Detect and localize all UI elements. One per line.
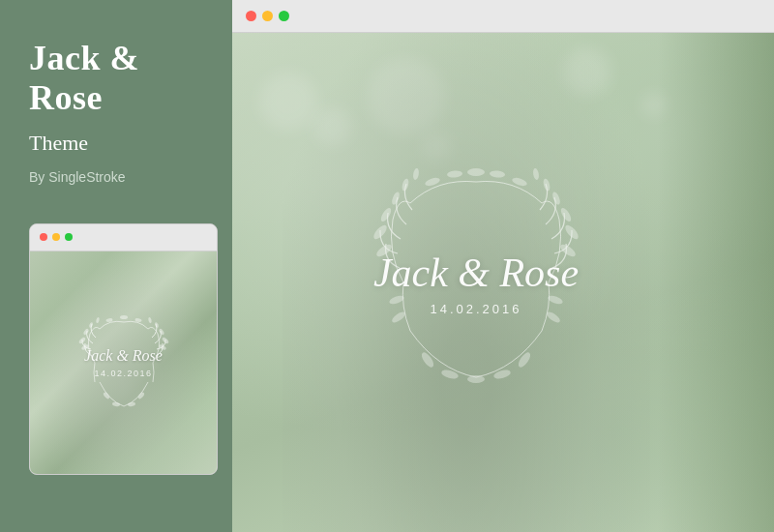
svg-point-7 [158,328,164,336]
svg-point-12 [127,401,135,406]
svg-point-31 [467,168,485,176]
svg-point-34 [420,350,436,369]
title-line1: Jack & [29,39,139,77]
svg-point-21 [401,178,409,192]
main-browser-bar [232,0,774,33]
sidebar-author: By SingleStroke [29,169,203,185]
svg-point-35 [440,369,459,380]
sidebar-title: Jack & Rose [29,39,203,119]
main-dot-yellow [262,11,273,21]
main-names: Jack & Rose [373,250,579,296]
title-line2: Rose [29,78,103,117]
svg-point-9 [147,316,151,323]
svg-point-36 [467,375,485,383]
main-dot-red [246,11,256,21]
main-browser-content: Jack & Rose 14.02.2016 [232,33,774,532]
svg-point-8 [154,321,159,328]
svg-point-38 [517,350,533,369]
svg-point-2 [82,328,89,336]
svg-point-3 [88,321,93,328]
svg-point-28 [532,168,540,181]
small-overlay-text: Jack & Rose 14.02.2016 [84,347,163,378]
svg-point-19 [379,206,393,222]
main-dot-green [279,11,289,21]
small-dot-yellow [52,233,60,241]
sidebar: Jack & Rose Theme By SingleStroke [0,0,232,532]
svg-point-4 [95,316,99,323]
main-area: Jack & Rose 14.02.2016 [232,0,774,532]
small-dot-red [40,233,47,241]
svg-point-24 [563,223,580,242]
svg-point-25 [559,206,573,222]
sidebar-subtitle: Theme [29,131,203,156]
small-dot-green [65,233,73,241]
small-browser-bar [30,224,217,251]
svg-point-30 [447,170,463,178]
small-names: Jack & Rose [84,347,163,365]
svg-point-37 [492,369,511,380]
main-overlay-text: Jack & Rose 14.02.2016 [373,250,579,316]
svg-point-27 [542,178,551,192]
svg-point-32 [490,170,506,178]
main-date: 14.02.2016 [373,302,579,316]
olive-branch-decoration [658,33,774,532]
svg-point-15 [120,315,128,319]
small-date: 14.02.2016 [84,369,163,378]
small-browser-content: Jack & Rose 14.02.2016 [30,251,217,474]
svg-point-11 [111,401,120,406]
svg-point-22 [412,168,420,181]
small-browser-mockup: Jack & Rose 14.02.2016 [29,223,218,475]
svg-point-18 [372,223,389,242]
